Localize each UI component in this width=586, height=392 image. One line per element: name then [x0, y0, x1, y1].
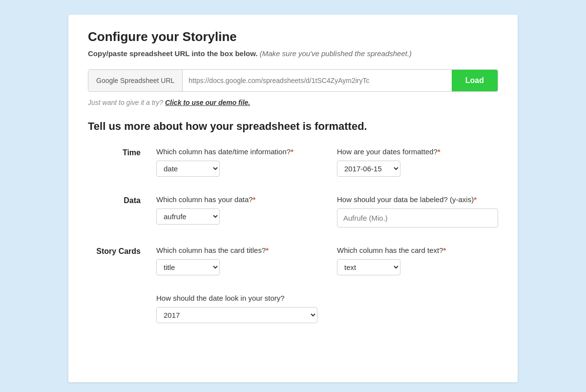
y-axis-label-field: How should your data be labeled? (y-axis… [337, 194, 498, 227]
card-title-select[interactable]: title headline name [156, 259, 220, 275]
data-column-select[interactable]: aufrufe data value [156, 208, 220, 225]
y-axis-label-label: How should your data be labeled? (y-axis… [337, 194, 498, 205]
date-format-select[interactable]: 2017-06-15 06/15/2017 15-06-2017 [337, 161, 400, 177]
date-display-select[interactable]: 2017 June 2017 June 15, 2017 2017-06-15 [156, 307, 317, 323]
card-title-label: Which column has the card titles?* [156, 245, 317, 255]
data-row: Data Which column has your data?* aufruf… [88, 194, 498, 227]
url-input[interactable] [183, 70, 451, 91]
load-button[interactable]: Load [452, 70, 498, 91]
subtitle: Copy/paste spreadsheet URL into the box … [88, 49, 498, 58]
story-cards-row: Story Cards Which column has the card ti… [88, 245, 498, 275]
card-text-label: Which column has the card text?* [337, 245, 498, 255]
main-container: Configure your Storyline Copy/paste spre… [68, 15, 518, 382]
demo-link[interactable]: Click to use our demo file. [165, 99, 250, 106]
card-text-select[interactable]: text body description [337, 259, 400, 275]
section-title: Tell us more about how your spreadsheet … [88, 120, 498, 133]
card-text-field: Which column has the card text?* text bo… [337, 245, 498, 275]
data-column-label: Which column has your data?* [156, 194, 317, 205]
date-display-fields: How should the date look in your story? … [156, 293, 498, 323]
story-cards-label: Story Cards [88, 245, 156, 256]
time-column-label: Which column has date/time information?* [156, 146, 317, 157]
data-column-field: Which column has your data?* aufrufe dat… [156, 194, 317, 227]
data-fields: Which column has your data?* aufrufe dat… [156, 194, 498, 227]
url-label: Google Spreadsheet URL [88, 70, 183, 91]
date-display-label: How should the date look in your story? [156, 293, 317, 303]
date-display-row: How should the date look in your story? … [88, 293, 498, 323]
y-axis-label-input[interactable] [337, 208, 498, 227]
date-display-placeholder [337, 293, 498, 323]
date-display-field: How should the date look in your story? … [156, 293, 317, 323]
data-label: Data [88, 194, 156, 205]
date-display-empty-label [88, 293, 156, 295]
date-format-field: How are your dates formatted?* 2017-06-1… [337, 146, 498, 177]
url-row: Google Spreadsheet URL Load [88, 69, 498, 92]
page-title: Configure your Storyline [88, 29, 498, 44]
time-column-field: Which column has date/time information?*… [156, 146, 317, 177]
story-cards-fields: Which column has the card titles?* title… [156, 245, 498, 275]
time-row: Time Which column has date/time informat… [88, 146, 498, 177]
time-label: Time [88, 146, 156, 157]
date-format-label: How are your dates formatted?* [337, 146, 498, 157]
card-title-field: Which column has the card titles?* title… [156, 245, 317, 275]
time-fields: Which column has date/time information?*… [156, 146, 498, 177]
time-column-select[interactable]: date time datetime [156, 161, 220, 177]
demo-text: Just want to give it a try? Click to use… [88, 99, 498, 106]
